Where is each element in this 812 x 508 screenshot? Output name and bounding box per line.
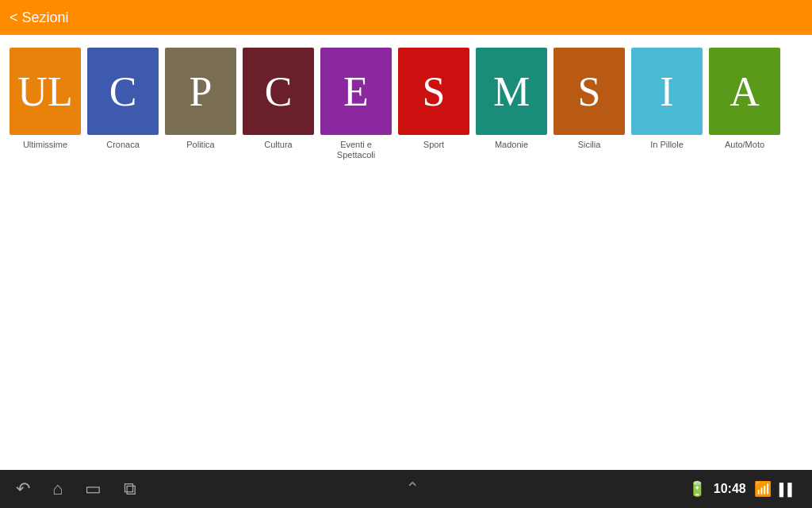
section-card-ultimissime[interactable]: ULUltimissime (10, 48, 81, 150)
bottom-nav-center: ⌃ (405, 479, 419, 499)
section-label-auto-moto: Auto/Moto (725, 140, 764, 150)
bottom-bar: ↶ ⌂ ▭ ⧉ ⌃ 🔋 10:48 📶 ▌▌ (0, 470, 812, 508)
section-label-madonie: Madonie (495, 140, 528, 150)
section-tile-cronaca: C (87, 48, 159, 135)
section-label-sport: Sport (423, 140, 444, 150)
section-letter-sport: S (423, 68, 446, 115)
section-tile-eventi: E (320, 48, 392, 135)
section-tile-sicilia: S (553, 48, 625, 135)
section-tile-madonie: M (476, 48, 547, 135)
section-letter-ultimissime: UL (17, 68, 72, 115)
section-card-eventi[interactable]: EEventi e Spettacoli (320, 48, 392, 160)
recents-nav-icon[interactable]: ▭ (85, 479, 102, 499)
section-label-cultura: Cultura (264, 140, 292, 150)
section-tile-ultimissime: UL (10, 48, 81, 135)
back-nav-icon[interactable]: ↶ (16, 479, 30, 499)
section-letter-politica: P (190, 68, 213, 115)
section-tile-politica: P (165, 48, 236, 135)
section-card-madonie[interactable]: MMadonie (476, 48, 547, 150)
section-label-cronaca: Cronaca (106, 140, 140, 150)
sections-row: ULUltimissimeCCronacaPPoliticaCCulturaEE… (10, 48, 802, 160)
section-letter-auto-moto: A (730, 68, 760, 115)
section-label-sicilia: Sicilia (578, 140, 601, 150)
bottom-nav-right: 🔋 10:48 📶 ▌▌ (688, 480, 796, 498)
section-label-eventi: Eventi e Spettacoli (320, 140, 392, 160)
top-bar: < Sezioni (0, 0, 812, 35)
section-card-cronaca[interactable]: CCronaca (87, 48, 159, 150)
section-label-ultimissime: Ultimissime (23, 140, 67, 150)
section-tile-auto-moto: A (709, 48, 780, 135)
section-tile-in-pillole: I (631, 48, 703, 135)
section-label-in-pillole: In Pillole (650, 140, 684, 150)
battery-icon: 🔋 (688, 480, 706, 498)
bottom-nav-left: ↶ ⌂ ▭ ⧉ (16, 479, 136, 499)
section-card-auto-moto[interactable]: AAuto/Moto (709, 48, 780, 150)
section-card-cultura[interactable]: CCultura (243, 48, 314, 150)
section-letter-cultura: C (265, 68, 293, 115)
home-nav-icon[interactable]: ⌂ (52, 479, 63, 499)
section-card-politica[interactable]: PPolitica (165, 48, 236, 150)
main-content: ULUltimissimeCCronacaPPoliticaCCulturaEE… (0, 35, 812, 470)
section-card-sport[interactable]: SSport (398, 48, 469, 150)
back-button[interactable]: < Sezioni (10, 10, 69, 26)
section-label-politica: Politica (186, 140, 214, 150)
section-card-sicilia[interactable]: SSicilia (553, 48, 625, 150)
clock-display: 10:48 (714, 482, 746, 496)
section-letter-madonie: M (493, 68, 530, 115)
section-letter-cronaca: C (109, 68, 137, 115)
screenshot-nav-icon[interactable]: ⧉ (124, 479, 136, 499)
wifi-icon: 📶 (754, 480, 772, 498)
section-card-in-pillole[interactable]: IIn Pillole (631, 48, 703, 150)
signal-icon: ▌▌ (779, 483, 796, 496)
up-arrow-icon[interactable]: ⌃ (405, 479, 419, 499)
section-letter-in-pillole: I (660, 68, 673, 115)
section-tile-sport: S (398, 48, 469, 135)
section-letter-eventi: E (343, 68, 369, 115)
section-letter-sicilia: S (578, 68, 601, 115)
section-tile-cultura: C (243, 48, 314, 135)
